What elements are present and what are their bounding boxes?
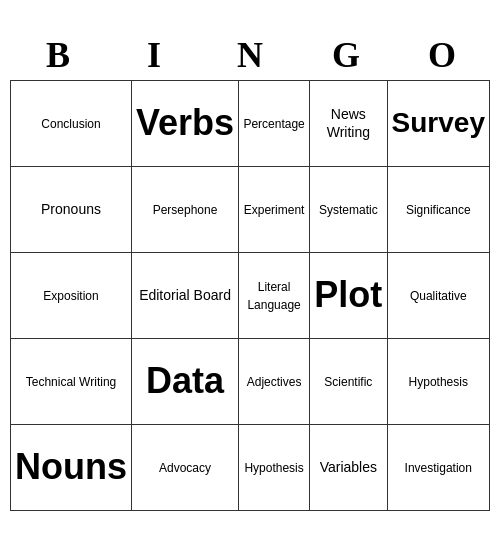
cell-text-3-1: Data [146, 360, 224, 401]
cell-text-2-4: Qualitative [410, 289, 467, 303]
grid-cell-3-1: Data [132, 338, 239, 424]
grid-cell-2-0: Exposition [11, 252, 132, 338]
cell-text-0-2: Percentage [243, 117, 304, 131]
cell-text-2-1: Editorial Board [139, 287, 231, 303]
grid-cell-1-2: Experiment [239, 166, 310, 252]
grid-cell-4-3: Variables [310, 424, 387, 510]
cell-text-0-1: Verbs [136, 102, 234, 143]
cell-text-2-0: Exposition [43, 289, 98, 303]
cell-text-0-3: News Writing [327, 106, 370, 140]
cell-text-3-4: Hypothesis [409, 375, 468, 389]
grid-cell-2-1: Editorial Board [132, 252, 239, 338]
bingo-letter-i: I [106, 34, 202, 76]
grid-cell-1-0: Pronouns [11, 166, 132, 252]
cell-text-4-4: Investigation [405, 461, 472, 475]
bingo-header: BINGO [10, 34, 490, 76]
grid-cell-0-3: News Writing [310, 80, 387, 166]
cell-text-4-2: Hypothesis [244, 461, 303, 475]
grid-cell-3-4: Hypothesis [387, 338, 489, 424]
cell-text-4-3: Variables [320, 459, 377, 475]
grid-cell-4-4: Investigation [387, 424, 489, 510]
bingo-grid: ConclusionVerbsPercentageNews WritingSur… [10, 80, 490, 511]
grid-row-1: PronounsPersephoneExperimentSystematicSi… [11, 166, 490, 252]
grid-cell-0-0: Conclusion [11, 80, 132, 166]
grid-cell-4-0: Nouns [11, 424, 132, 510]
grid-cell-4-1: Advocacy [132, 424, 239, 510]
cell-text-4-1: Advocacy [159, 461, 211, 475]
grid-cell-1-3: Systematic [310, 166, 387, 252]
cell-text-2-2: Literal Language [247, 280, 300, 312]
cell-text-1-3: Systematic [319, 203, 378, 217]
grid-cell-1-4: Significance [387, 166, 489, 252]
grid-cell-1-1: Persephone [132, 166, 239, 252]
cell-text-1-1: Persephone [153, 203, 218, 217]
grid-cell-2-2: Literal Language [239, 252, 310, 338]
cell-text-1-0: Pronouns [41, 201, 101, 217]
cell-text-3-2: Adjectives [247, 375, 302, 389]
grid-cell-0-4: Survey [387, 80, 489, 166]
cell-text-3-3: Scientific [324, 375, 372, 389]
grid-cell-2-3: Plot [310, 252, 387, 338]
grid-row-2: ExpositionEditorial BoardLiteral Languag… [11, 252, 490, 338]
cell-text-0-4: Survey [392, 107, 485, 138]
cell-text-0-0: Conclusion [41, 117, 100, 131]
grid-cell-3-3: Scientific [310, 338, 387, 424]
grid-row-3: Technical WritingDataAdjectivesScientifi… [11, 338, 490, 424]
grid-cell-0-1: Verbs [132, 80, 239, 166]
cell-text-2-3: Plot [314, 274, 382, 315]
cell-text-3-0: Technical Writing [26, 375, 116, 389]
grid-cell-4-2: Hypothesis [239, 424, 310, 510]
bingo-card: BINGO ConclusionVerbsPercentageNews Writ… [10, 34, 490, 511]
cell-text-1-2: Experiment [244, 203, 305, 217]
cell-text-4-0: Nouns [15, 446, 127, 487]
bingo-letter-n: N [202, 34, 298, 76]
cell-text-1-4: Significance [406, 203, 471, 217]
grid-row-0: ConclusionVerbsPercentageNews WritingSur… [11, 80, 490, 166]
grid-cell-0-2: Percentage [239, 80, 310, 166]
grid-cell-2-4: Qualitative [387, 252, 489, 338]
bingo-letter-o: O [394, 34, 490, 76]
grid-cell-3-0: Technical Writing [11, 338, 132, 424]
grid-cell-3-2: Adjectives [239, 338, 310, 424]
grid-row-4: NounsAdvocacyHypothesisVariablesInvestig… [11, 424, 490, 510]
bingo-letter-g: G [298, 34, 394, 76]
bingo-letter-b: B [10, 34, 106, 76]
